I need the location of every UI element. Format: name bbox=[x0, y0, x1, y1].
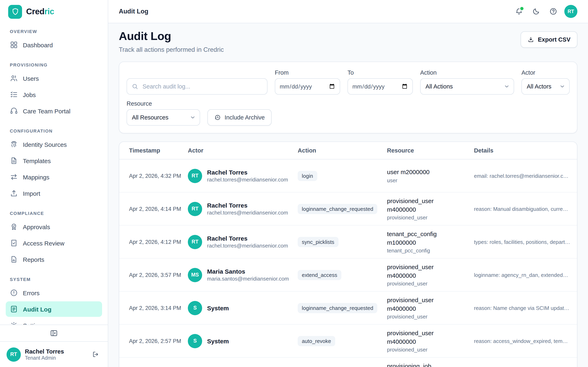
report-chart-icon bbox=[10, 255, 18, 263]
action-select[interactable]: All Actions bbox=[420, 78, 514, 95]
resource-cell: provisioning_job m5000000provisioning_jo… bbox=[387, 362, 474, 367]
sidebar-item-templates[interactable]: Templates bbox=[6, 153, 102, 168]
column-header-action: Action bbox=[298, 147, 387, 154]
sidebar-item-label: Mappings bbox=[23, 174, 49, 180]
actor-name: System bbox=[207, 304, 229, 311]
sidebar-item-jobs[interactable]: Jobs bbox=[6, 87, 102, 102]
sidebar-item-identity-sources[interactable]: Identity Sources bbox=[6, 137, 102, 152]
search-icon bbox=[131, 83, 138, 90]
notifications-button[interactable] bbox=[513, 5, 525, 17]
sidebar-item-label: Access Review bbox=[23, 240, 64, 247]
table-row: Apr 2, 2026, 3:57 PMMSMaria Santosmaria.… bbox=[119, 258, 577, 291]
sidebar-item-reports[interactable]: Reports bbox=[6, 252, 102, 267]
sidebar-item-users[interactable]: Users bbox=[6, 71, 102, 86]
resource-type: provisioned_user bbox=[387, 281, 469, 287]
sidebar-item-label: Jobs bbox=[23, 91, 36, 98]
resource-type: user bbox=[387, 177, 469, 183]
search-field bbox=[127, 78, 268, 95]
swap-arrows-icon bbox=[10, 173, 18, 181]
table-header: TimestampActorActionResourceDetails bbox=[119, 142, 577, 159]
sidebar-item-label: Dashboard bbox=[23, 42, 53, 48]
page-subtitle: Track all actions performed in Credric bbox=[119, 46, 224, 53]
include-archive-button[interactable]: Include Archive bbox=[208, 109, 272, 125]
sidebar-item-access-review[interactable]: Access Review bbox=[6, 235, 102, 251]
action-label: Action bbox=[420, 69, 514, 76]
timestamp-cell: Apr 2, 2026, 2:57 PM bbox=[119, 338, 188, 344]
search-input[interactable] bbox=[127, 78, 268, 95]
table-row: Apr 2, 2026, 4:12 PMRTRachel Torresrache… bbox=[119, 225, 577, 258]
sidebar-item-approvals[interactable]: Approvals bbox=[6, 219, 102, 234]
resource-select[interactable]: All Resources bbox=[127, 109, 200, 125]
panel-collapse-icon bbox=[50, 329, 58, 337]
actor-cell: RTRachel Torresrachel.torres@meridiansen… bbox=[188, 202, 298, 216]
sidebar-item-mappings[interactable]: Mappings bbox=[6, 169, 102, 185]
action-badge: loginname_change_requested bbox=[298, 303, 377, 313]
resource-id: provisioned_user m4000000 bbox=[387, 329, 458, 346]
help-button[interactable] bbox=[547, 5, 559, 17]
headset-icon bbox=[10, 107, 18, 115]
resource-type: tenant_pcc_config bbox=[387, 248, 469, 254]
resource-type: provisioned_user bbox=[387, 347, 469, 353]
sidebar-item-label: Care Team Portal bbox=[23, 108, 70, 114]
actor-email: rachel.torres@meridiansenior.com bbox=[207, 176, 288, 183]
sidebar-item-dashboard[interactable]: Dashboard bbox=[6, 37, 102, 53]
table-row: Apr 2, 2026, 3:14 PMSSystemloginname_cha… bbox=[119, 291, 577, 324]
from-date-input[interactable] bbox=[275, 78, 340, 95]
action-badge: auto_revoke bbox=[298, 336, 335, 346]
sidebar-item-label: Import bbox=[23, 190, 40, 197]
details-cell: loginname: agency_rn_dan, extendedHours:… bbox=[474, 272, 577, 278]
upload-icon bbox=[10, 189, 18, 197]
resource-cell: tenant_pcc_config m1000000tenant_pcc_con… bbox=[387, 230, 474, 254]
actor-select[interactable]: All Actors bbox=[521, 78, 570, 95]
action-badge: loginname_change_requested bbox=[298, 204, 377, 214]
help-icon bbox=[549, 7, 557, 16]
main-area: Audit Log RT Audit Log Track all bbox=[108, 0, 588, 367]
user-avatar-topbar[interactable]: RT bbox=[564, 5, 577, 18]
logout-button[interactable] bbox=[90, 349, 101, 360]
sidebar-item-audit-log[interactable]: Audit Log bbox=[6, 301, 102, 317]
resource-cell: provisioned_user m4000000provisioned_use… bbox=[387, 197, 474, 221]
sidebar-item-label: Errors bbox=[23, 289, 40, 296]
resource-id: user m2000000 bbox=[387, 168, 458, 176]
column-header-details: Details bbox=[474, 147, 577, 154]
details-cell: reason: access_window_expired, template:… bbox=[474, 338, 577, 344]
resource-cell: provisioned_user m4000000provisioned_use… bbox=[387, 263, 474, 287]
action-badge: extend_access bbox=[298, 270, 341, 280]
sidebar-item-label: Templates bbox=[23, 157, 51, 164]
brand-logo[interactable]: Credric bbox=[0, 0, 108, 23]
sidebar-item-import[interactable]: Import bbox=[6, 185, 102, 201]
timestamp-cell: Apr 2, 2026, 3:57 PM bbox=[119, 272, 188, 278]
download-icon bbox=[527, 36, 534, 43]
theme-toggle-button[interactable] bbox=[530, 5, 542, 17]
actor-email: rachel.torres@meridiansenior.com bbox=[207, 243, 288, 249]
resource-label: Resource bbox=[127, 100, 200, 107]
sidebar-item-care-team-portal[interactable]: Care Team Portal bbox=[6, 103, 102, 119]
action-cell: extend_access bbox=[298, 270, 387, 280]
actor-cell: SSystem bbox=[188, 301, 298, 315]
actor-name: Rachel Torres bbox=[207, 235, 288, 242]
to-date-input[interactable] bbox=[347, 78, 413, 95]
action-cell: loginname_change_requested bbox=[298, 303, 387, 313]
sidebar: Credric OVERVIEWDashboardPROVISIONINGUse… bbox=[0, 0, 108, 367]
resource-cell: provisioned_user m4000000provisioned_use… bbox=[387, 329, 474, 353]
users-icon bbox=[10, 74, 18, 82]
resource-id: tenant_pcc_config m1000000 bbox=[387, 230, 458, 247]
dashboard-icon bbox=[10, 41, 18, 49]
table-row: Apr 2, 2026, 2:10 PMSSystempcc_webhook_r… bbox=[119, 357, 577, 367]
actor-label: Actor bbox=[521, 69, 570, 76]
moon-icon bbox=[532, 7, 540, 16]
sidebar-item-errors[interactable]: Errors bbox=[6, 285, 102, 300]
page-content: Audit Log Track all actions performed in… bbox=[108, 23, 588, 367]
sidebar-item-settings[interactable]: Settings bbox=[6, 318, 102, 325]
details-cell: email: rachel.torres@meridiansenior.com bbox=[474, 173, 577, 179]
actor-cell: SSystem bbox=[188, 334, 298, 348]
sidebar-item-label: Users bbox=[23, 75, 39, 82]
actor-avatar: RT bbox=[188, 202, 202, 216]
actor-name: Rachel Torres bbox=[207, 169, 288, 176]
fingerprint-icon bbox=[10, 140, 18, 149]
topbar-title: Audit Log bbox=[119, 8, 148, 15]
shield-logo-icon bbox=[8, 5, 22, 18]
sidebar-collapse-button[interactable] bbox=[48, 327, 60, 339]
timestamp-cell: Apr 2, 2026, 4:14 PM bbox=[119, 206, 188, 212]
export-csv-button[interactable]: Export CSV bbox=[521, 31, 577, 48]
